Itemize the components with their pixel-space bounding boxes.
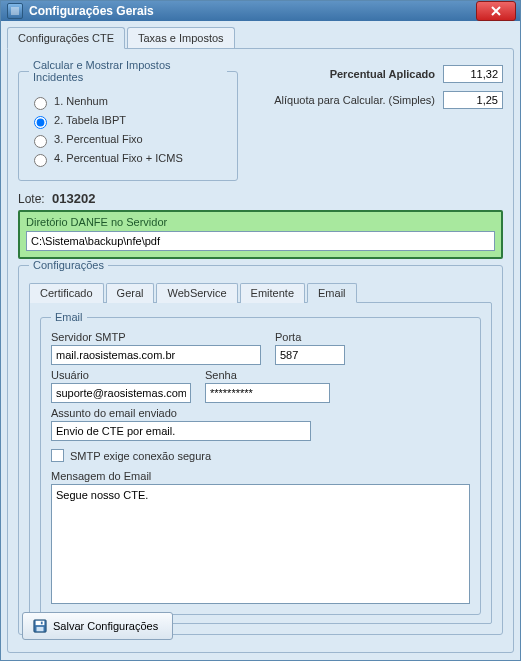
message-field[interactable] [51, 484, 470, 604]
window-body: Configurações CTE Taxas e Impostos Calcu… [1, 21, 520, 661]
radio-percicms-label: 4. Percentual Fixo + ICMS [54, 152, 183, 164]
subtab-webservice[interactable]: WebService [156, 283, 237, 303]
secure-smtp-label: SMTP exige conexão segura [70, 450, 211, 462]
group-email-legend: Email [51, 311, 87, 323]
radio-percicms-input[interactable] [34, 154, 47, 167]
user-label: Usuário [51, 369, 191, 381]
config-subtab-strip: Certificado Geral WebService Emitente Em… [29, 283, 492, 303]
top-row: Calcular e Mostrar Impostos Incidentes 1… [18, 59, 503, 181]
radio-tabela-input[interactable] [34, 116, 47, 129]
aliquota-simples-field[interactable] [443, 91, 503, 109]
close-icon [491, 6, 501, 16]
close-button[interactable] [476, 1, 516, 21]
subtab-geral[interactable]: Geral [106, 283, 155, 303]
main-tab-strip: Configurações CTE Taxas e Impostos [7, 27, 514, 49]
lote-label: Lote: [18, 192, 45, 206]
radio-percentual-icms[interactable]: 4. Percentual Fixo + ICMS [29, 151, 227, 167]
percentual-aplicado-label: Percentual Aplicado [330, 68, 435, 80]
user-field[interactable] [51, 383, 191, 403]
subtab-emitente[interactable]: Emitente [240, 283, 305, 303]
group-configuracoes-legend: Configurações [29, 259, 108, 271]
svg-rect-2 [37, 627, 44, 631]
group-impostos-legend: Calcular e Mostrar Impostos Incidentes [29, 59, 227, 83]
window-frame: Configurações Gerais Configurações CTE T… [0, 0, 521, 661]
radio-percfixo-input[interactable] [34, 135, 47, 148]
save-button-label: Salvar Configurações [53, 620, 158, 632]
subtab-certificado[interactable]: Certificado [29, 283, 104, 303]
radio-tabela-ibpt[interactable]: 2. Tabela IBPT [29, 113, 227, 129]
port-field[interactable] [275, 345, 345, 365]
app-icon [7, 3, 23, 19]
kv-aliquota-simples: Alíquota para Calcular. (Simples) [252, 91, 503, 109]
smtp-field[interactable] [51, 345, 261, 365]
title-bar: Configurações Gerais [1, 1, 520, 21]
tab-taxas-impostos[interactable]: Taxas e Impostos [127, 27, 235, 49]
danfe-directory-header: Diretório DANFE no Servidor [26, 216, 495, 228]
kv-percentual-aplicado: Percentual Aplicado [252, 65, 503, 83]
save-icon [33, 619, 47, 633]
danfe-directory-box: Diretório DANFE no Servidor [18, 210, 503, 259]
radio-nenhum[interactable]: 1. Nenhum [29, 94, 227, 110]
password-label: Senha [205, 369, 330, 381]
secure-smtp-checkbox[interactable] [51, 449, 64, 462]
danfe-directory-field[interactable] [26, 231, 495, 251]
subtab-email[interactable]: Email [307, 283, 357, 303]
password-field[interactable] [205, 383, 330, 403]
radio-percfixo-label: 3. Percentual Fixo [54, 133, 143, 145]
smtp-label: Servidor SMTP [51, 331, 261, 343]
group-configuracoes: Configurações Certificado Geral WebServi… [18, 259, 503, 635]
port-label: Porta [275, 331, 345, 343]
aliquota-simples-label: Alíquota para Calcular. (Simples) [274, 94, 435, 106]
radio-percentual-fixo[interactable]: 3. Percentual Fixo [29, 132, 227, 148]
window-title: Configurações Gerais [29, 4, 476, 18]
percentual-column: Percentual Aplicado Alíquota para Calcul… [252, 59, 503, 117]
tab-configuracoes-cte[interactable]: Configurações CTE [7, 27, 125, 49]
radio-nenhum-input[interactable] [34, 97, 47, 110]
secure-smtp-row[interactable]: SMTP exige conexão segura [51, 449, 470, 462]
radio-tabela-label: 2. Tabela IBPT [54, 114, 126, 126]
subject-label: Assunto do email enviado [51, 407, 311, 419]
svg-rect-1 [36, 621, 45, 625]
lote-row: Lote: 013202 [18, 191, 503, 206]
group-impostos-incidentes: Calcular e Mostrar Impostos Incidentes 1… [18, 59, 238, 181]
lote-value: 013202 [52, 191, 95, 206]
message-label: Mensagem do Email [51, 470, 470, 482]
radio-nenhum-label: 1. Nenhum [54, 95, 108, 107]
svg-rect-3 [41, 622, 43, 625]
tab-panel-cte: Calcular e Mostrar Impostos Incidentes 1… [7, 48, 514, 653]
group-email: Email Servidor SMTP Porta [40, 311, 481, 615]
save-button[interactable]: Salvar Configurações [22, 612, 173, 640]
subject-field[interactable] [51, 421, 311, 441]
subpanel-email: Email Servidor SMTP Porta [29, 302, 492, 624]
percentual-aplicado-field[interactable] [443, 65, 503, 83]
